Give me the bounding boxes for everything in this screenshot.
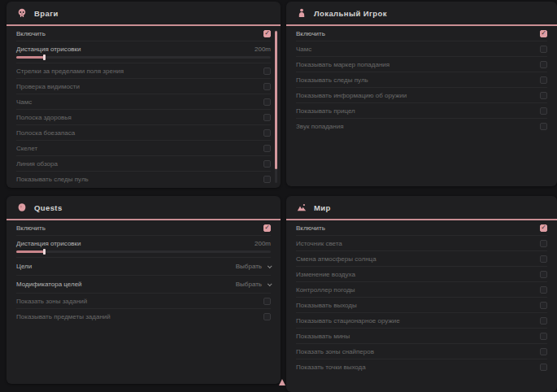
- settings-row-1-0[interactable]: Включить✓: [296, 26, 547, 41]
- panel-title: Мир: [314, 203, 331, 212]
- settings-row-2-0[interactable]: Включить✓: [16, 220, 271, 236]
- panel-enemies-header[interactable]: Враги: [7, 2, 281, 26]
- panel-local-player: Локальный Игрок Включить✓ЧамсПоказывать …: [286, 2, 557, 186]
- checkbox-unchecked[interactable]: [263, 176, 271, 183]
- chevron-down-icon: [268, 264, 272, 268]
- checkbox-unchecked[interactable]: [263, 313, 271, 320]
- checkbox-unchecked[interactable]: [263, 145, 271, 152]
- settings-row-3-9[interactable]: Показать точки выхода: [296, 359, 547, 375]
- checkbox-unchecked[interactable]: [540, 255, 547, 263]
- settings-row-0-3[interactable]: Проверка видимости: [16, 79, 271, 94]
- checkbox-unchecked[interactable]: [540, 107, 547, 115]
- checkbox-checked[interactable]: ✓: [540, 30, 547, 37]
- checkbox-unchecked[interactable]: [540, 286, 547, 294]
- row-label: Показывать маркер попадания: [296, 61, 389, 68]
- checkbox-unchecked[interactable]: [540, 46, 547, 53]
- settings-row-2-3[interactable]: Модификатора целейВыбрать: [16, 276, 271, 294]
- settings-row-0-7[interactable]: Скелет: [16, 141, 271, 156]
- checkbox-unchecked[interactable]: [540, 333, 547, 340]
- dropdown[interactable]: Выбрать: [236, 263, 271, 270]
- checkbox-unchecked[interactable]: [263, 298, 271, 305]
- checkbox-checked[interactable]: ✓: [540, 224, 547, 232]
- checkbox-unchecked[interactable]: [540, 271, 547, 278]
- settings-row-0-6[interactable]: Полоска боезапаса: [16, 125, 271, 141]
- row-label: Дистанция отрисовки: [16, 240, 81, 247]
- row-label: Показывать информацию об оружии: [296, 92, 407, 99]
- checkbox-unchecked[interactable]: [540, 76, 547, 84]
- row-label: Полоска здоровья: [16, 114, 72, 121]
- settings-row-0-9[interactable]: Показывать следы пуль: [16, 172, 271, 187]
- settings-row-1-6[interactable]: Звук попадания: [296, 119, 547, 134]
- slider-track[interactable]: [16, 250, 271, 253]
- scrollbar-thumb[interactable]: [275, 31, 277, 169]
- row-label: Показывать предметы заданий: [16, 313, 111, 320]
- check-icon: ✓: [264, 30, 270, 37]
- slider-track[interactable]: [16, 56, 271, 59]
- row-label: Стрелки за пределами поля зрения: [16, 68, 124, 75]
- checkbox-checked[interactable]: ✓: [263, 30, 271, 37]
- settings-row-3-5[interactable]: Показывать выходы: [296, 298, 547, 313]
- panel-quests-header[interactable]: Quests: [7, 196, 281, 220]
- settings-row-3-3[interactable]: Изменение воздуха: [296, 267, 547, 282]
- settings-row-3-0[interactable]: Включить✓: [296, 220, 547, 236]
- row-label: Цели: [16, 263, 32, 270]
- settings-row-0-5[interactable]: Полоска здоровья: [16, 110, 271, 125]
- checkbox-unchecked[interactable]: [263, 83, 271, 90]
- row-label: Полоска боезапаса: [16, 129, 75, 137]
- settings-row-3-7[interactable]: Показывать мины: [296, 329, 547, 344]
- check-icon: ✓: [264, 224, 270, 231]
- check-icon: ✓: [541, 224, 546, 231]
- chevron-down-icon: [268, 281, 272, 286]
- checkbox-unchecked[interactable]: [540, 317, 547, 324]
- mouse-cursor: [279, 379, 285, 385]
- slider-fill: [16, 56, 44, 59]
- settings-row-3-1[interactable]: Источник света: [296, 236, 547, 251]
- settings-row-3-8[interactable]: Показать зоны снайперов: [296, 344, 547, 359]
- settings-row-1-1[interactable]: Чамс: [296, 41, 547, 57]
- check-icon: ✓: [541, 30, 546, 37]
- settings-row-1-4[interactable]: Показывать информацию об оружии: [296, 88, 547, 103]
- settings-row-0-8[interactable]: Линия обзора: [16, 156, 271, 172]
- checkbox-unchecked[interactable]: [540, 302, 547, 309]
- settings-row-2-4[interactable]: Показать зоны заданий: [16, 294, 271, 309]
- checkbox-unchecked[interactable]: [540, 364, 547, 371]
- row-label: Чамс: [296, 46, 311, 53]
- checkbox-unchecked[interactable]: [540, 348, 547, 355]
- settings-row-1-2[interactable]: Показывать маркер попадания: [296, 57, 547, 72]
- settings-row-0-0[interactable]: Включить✓: [16, 26, 271, 41]
- settings-row-0-2[interactable]: Стрелки за пределами поля зрения: [16, 63, 271, 79]
- panel-local-player-header[interactable]: Локальный Игрок: [286, 2, 557, 26]
- slider-fill: [16, 250, 44, 253]
- row-label: Показывать следы пуль: [16, 176, 89, 183]
- slider-handle[interactable]: [43, 54, 46, 60]
- checkbox-unchecked[interactable]: [540, 240, 547, 247]
- panel-title: Враги: [34, 9, 59, 18]
- settings-row-3-6[interactable]: Показывать стационарное оружие: [296, 313, 547, 329]
- panel-quests: Quests Включить✓Дистанция отрисовки200mЦ…: [7, 196, 281, 384]
- row-label: Источник света: [296, 240, 342, 247]
- settings-row-2-2[interactable]: ЦелиВыбрать: [16, 258, 271, 276]
- checkbox-unchecked[interactable]: [540, 61, 547, 68]
- checkbox-unchecked[interactable]: [263, 68, 271, 75]
- panel-world-header[interactable]: Мир: [286, 196, 557, 220]
- dropdown[interactable]: Выбрать: [236, 281, 271, 288]
- settings-row-3-2[interactable]: Смена атмосферы солнца: [296, 251, 547, 267]
- panel-title: Локальный Игрок: [314, 9, 387, 18]
- checkbox-unchecked[interactable]: [263, 98, 271, 106]
- checkbox-unchecked[interactable]: [263, 160, 271, 168]
- slider-handle[interactable]: [43, 249, 46, 255]
- checkbox-unchecked[interactable]: [540, 123, 547, 130]
- checkbox-checked[interactable]: ✓: [263, 224, 271, 232]
- panel-title: Quests: [34, 203, 63, 212]
- mod-menu-screen: Враги Включить✓Дистанция отрисовки200mСт…: [0, 0, 557, 392]
- settings-row-1-3[interactable]: Показывать следы пуль: [296, 72, 547, 88]
- checkbox-unchecked[interactable]: [263, 129, 271, 137]
- settings-row-0-4[interactable]: Чамс: [16, 94, 271, 110]
- settings-row-2-1: Дистанция отрисовки200m: [16, 236, 271, 258]
- checkbox-unchecked[interactable]: [540, 92, 547, 99]
- slider-value: 200m: [255, 46, 271, 53]
- settings-row-3-4[interactable]: Контроллер погоды: [296, 282, 547, 298]
- settings-row-2-5[interactable]: Показывать предметы заданий: [16, 309, 271, 324]
- settings-row-1-5[interactable]: Показывать прицел: [296, 103, 547, 119]
- checkbox-unchecked[interactable]: [263, 114, 271, 121]
